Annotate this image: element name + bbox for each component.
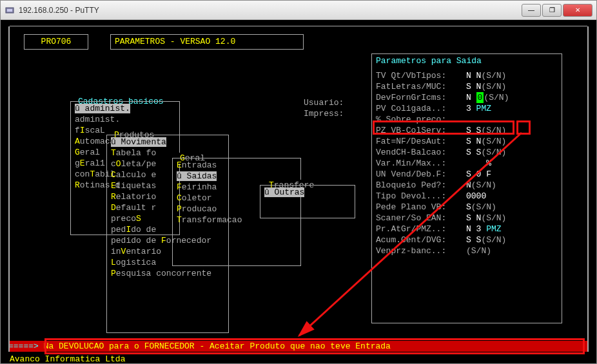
minimize-button[interactable]: — [522, 4, 541, 17]
status-arrows: =====> [8, 341, 39, 351]
svg-rect-1 [7, 9, 12, 12]
params-panel: TV Qt/VbTipos:N N (S/N)FatLetras/MUC:S N… [371, 69, 562, 323]
param-row: Pr.AtGr/PMZ..:N 3 PMZ [376, 224, 558, 235]
menu-item[interactable]: û Movimenta [111, 137, 224, 148]
close-button[interactable]: ✕ [563, 4, 592, 17]
param-row: VendCH-Balcao:S S (S/N) [376, 147, 558, 158]
menu-item[interactable]: Pesquisa concorrente [111, 268, 224, 279]
param-row: Acum.Cent/DVG:S S (S/N) [376, 235, 558, 245]
param-row: FatLetras/MUC:S N (S/N) [376, 81, 558, 92]
titlebar-buttons: — ❐ ✕ [522, 4, 592, 17]
param-row: Venprz-banc..: (S/N) [376, 245, 558, 256]
param-row: UN Vend/Deb.F:S 0 F [376, 169, 558, 180]
highlight-box-status [44, 338, 585, 354]
menu-item[interactable]: û administ. [75, 103, 175, 114]
titlebar: 192.168.0.250 - PuTTY — ❐ ✕ [1, 1, 596, 20]
params-panel-title: Parametros para Saida [371, 53, 562, 69]
maximize-button[interactable]: ❐ [542, 4, 562, 17]
highlight-box-cursor [516, 120, 531, 135]
param-row: Tipo Devol...:0000 [376, 191, 558, 202]
param-row: Pede Plano VB:S (S/N) [376, 202, 558, 213]
highlight-box-param [373, 120, 514, 135]
params-title-text: Parametros para Saida [376, 56, 482, 66]
header-code-box: PRO706 [24, 34, 88, 50]
param-row: Bloqueio Ped?:N (S/N) [376, 180, 558, 191]
window-title: 192.168.0.250 - PuTTY [19, 6, 522, 15]
param-row: Fat=NF/DesAut:S N (S/N) [376, 136, 558, 147]
terminal[interactable]: PRO706 PARAMETROS - VERSAO 12.0 Usuario:… [1, 20, 596, 363]
impress-label: Impress: [304, 108, 344, 119]
header-code: PRO706 [41, 37, 72, 46]
app-window: 192.168.0.250 - PuTTY — ❐ ✕ PRO706 PARAM… [0, 0, 597, 364]
param-row: TV Qt/VbTipos:N N (S/N) [376, 70, 558, 81]
param-row: PV Coligada..:3 PMZ [376, 103, 558, 114]
param-row: Var.Min/Max..: % [376, 158, 558, 169]
menu-item[interactable]: Entradas [177, 160, 297, 171]
param-row: DevFornGrIcms:N 0 (S/N) [376, 92, 558, 103]
menu-item[interactable]: û Outras [264, 187, 351, 198]
company-label: Avanco Informatica Ltda [10, 354, 125, 363]
header-title: PARAMETROS - VERSAO 12.0 [115, 37, 235, 46]
usuario-label: Usuario: [304, 97, 344, 108]
menu-item[interactable]: administ. [75, 114, 175, 125]
menu4: û Outras [260, 185, 355, 218]
param-row: Scaner/So EAN:S N (S/N) [376, 213, 558, 224]
putty-icon [5, 5, 15, 15]
header-title-box: PARAMETROS - VERSAO 12.0 [110, 34, 304, 50]
